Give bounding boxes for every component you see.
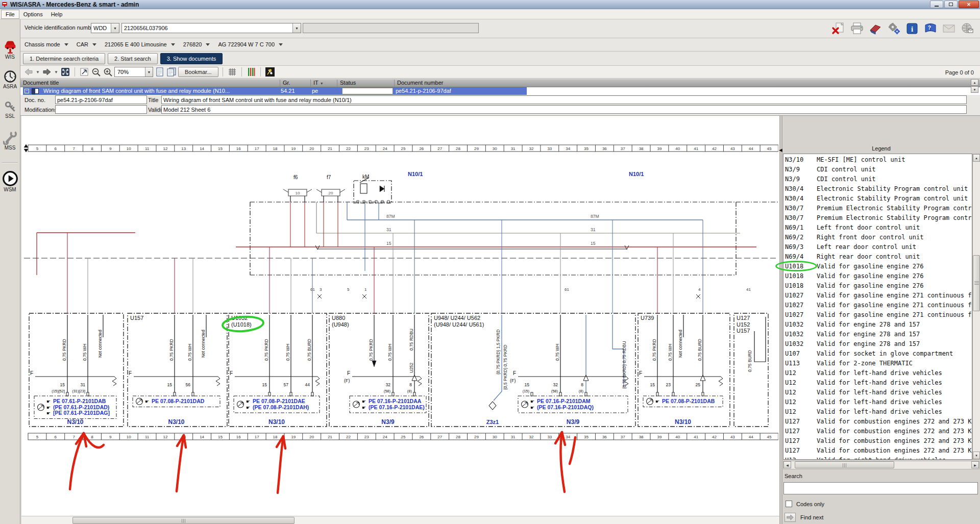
bookmark-button[interactable]: Bookmar...	[178, 67, 218, 77]
doc-no-input[interactable]	[55, 95, 147, 104]
mail-button[interactable]	[941, 21, 957, 36]
vin-aux-input[interactable]	[303, 23, 479, 33]
title-input[interactable]	[161, 95, 967, 104]
diagram-hscrollbar[interactable]	[21, 516, 779, 524]
legend-row[interactable]: U1032Valid for engine 278 and 157	[785, 331, 972, 340]
settings-button[interactable]	[886, 21, 901, 36]
chevron-down-icon[interactable]	[279, 43, 283, 46]
legend-row[interactable]: U12Valid for left-hand drive vehicles	[785, 408, 972, 418]
column-document-title[interactable]: Document title	[20, 80, 280, 87]
legend-row[interactable]: N30/7Premium Electronic Stability Progra…	[785, 214, 972, 224]
zoom-level-combo[interactable]: 70% ▼	[114, 67, 153, 77]
single-page-button[interactable]	[155, 67, 165, 77]
legend-row[interactable]: N3/9CDI control unit	[785, 176, 972, 185]
maximize-button[interactable]	[944, 1, 958, 8]
scroll-down-icon[interactable]: ▼	[971, 86, 978, 93]
legend-row[interactable]: U1032Valid for engine 278 and 157	[785, 340, 972, 350]
legend-row[interactable]: U1027Valid for gasoline engine 271 conti…	[785, 302, 972, 311]
legend-row[interactable]: U12Valid for left-hand drive vehicles	[785, 379, 972, 389]
fit-page-button[interactable]	[60, 67, 70, 77]
legend-row[interactable]: U127Valid for combustion engines 272 and…	[785, 447, 972, 457]
legend-row[interactable]: N3/10ME-SFI [ME] control unit	[785, 156, 972, 166]
column-gr[interactable]: Gr.	[280, 80, 310, 87]
nav-back-button[interactable]	[23, 67, 34, 77]
pan-navigator-button[interactable]	[265, 67, 275, 77]
sidebar-item-mss[interactable]: MSS	[0, 130, 20, 151]
chassis-transmission-value[interactable]: AG 722904 W 7 C 700	[218, 41, 275, 47]
pan-mode-button[interactable]	[79, 67, 89, 77]
wmi-select[interactable]: WDD ▼	[91, 23, 119, 33]
delete-document-button[interactable]	[831, 21, 846, 36]
legend-row[interactable]: N69/4Right rear door control unit	[785, 253, 972, 263]
erase-button[interactable]	[868, 21, 883, 36]
info-button[interactable]: i	[904, 21, 920, 36]
grid-toggle-button[interactable]	[227, 67, 237, 77]
legend-row[interactable]: U127Valid for combustion engines 272 and…	[785, 418, 972, 428]
stripes-toggle-button[interactable]	[246, 67, 256, 77]
chassis-engine-value[interactable]: 276820	[183, 41, 202, 47]
legend-row[interactable]: U127Valid for combustion engines 272 and…	[785, 437, 972, 447]
legend-row[interactable]: N69/1Left front door control unit	[785, 224, 972, 234]
legend-row[interactable]: U12Valid for left-hand drive vehicles	[785, 369, 972, 379]
zoom-in-button[interactable]	[103, 67, 113, 77]
legend-row[interactable]: U107Valid for socket in glove compartmen…	[785, 350, 972, 360]
collapse-icon[interactable]: −	[24, 89, 29, 93]
chevron-down-icon[interactable]	[206, 43, 210, 46]
legend-row[interactable]: N30/7Premium Electronic Stability Progra…	[785, 205, 972, 214]
legend-row[interactable]: U127Valid for combustion engines 272 and…	[785, 428, 972, 437]
legend-vscrollbar[interactable]: ▲ ▼	[972, 154, 980, 460]
menu-options[interactable]: Options	[19, 10, 47, 18]
legend-row[interactable]: U1018Valid for gasoline engine 276	[785, 272, 972, 282]
chassis-model-value[interactable]: 212065 E 400 Limousine	[105, 41, 167, 47]
help-button[interactable]: ?	[923, 21, 938, 36]
chevron-down-icon[interactable]: ▼	[292, 23, 301, 33]
nav-forward-button[interactable]	[42, 67, 52, 77]
column-status[interactable]: Status	[337, 80, 394, 87]
scroll-up-icon[interactable]: ▲	[971, 79, 978, 86]
sidebar-item-asra[interactable]: ASRA	[0, 69, 20, 89]
legend-hscrollbar[interactable]: ◀ ▶	[783, 461, 979, 469]
legend-row[interactable]: U12Valid for left-hand drive vehicles	[785, 398, 972, 408]
tab-start-search[interactable]: 2. Start search	[108, 53, 158, 64]
column-document-number[interactable]: Document number	[394, 80, 598, 87]
chevron-down-icon[interactable]	[171, 43, 175, 46]
legend-row[interactable]: U1018Valid for gasoline engine 276	[785, 263, 972, 272]
tab-show-documents[interactable]: 3. Show documents	[160, 53, 223, 64]
legend-row[interactable]: U13Valid for right-hand drive vehicles	[785, 457, 972, 460]
column-it[interactable]: IT ▼	[310, 80, 337, 87]
chevron-down-icon[interactable]: ▼	[111, 23, 119, 33]
minimize-button[interactable]	[930, 1, 943, 8]
vin-input[interactable]: 2120656L037906 ▼	[121, 23, 301, 33]
legend-row[interactable]: U1018Valid for gasoline engine 276	[785, 282, 972, 292]
vscrollbar-thumb[interactable]	[973, 255, 980, 311]
scroll-right-icon[interactable]: ▶	[971, 461, 979, 468]
nav-forward-dropdown[interactable]: ▼	[54, 70, 59, 74]
scroll-up-icon[interactable]: ▲	[973, 154, 980, 162]
scroll-left-icon[interactable]: ◀	[783, 461, 791, 468]
legend-row[interactable]: N69/3Left rear door control unit	[785, 243, 972, 253]
menu-help[interactable]: Help	[47, 10, 67, 18]
sidebar-item-ssl[interactable]: SSL	[0, 100, 20, 119]
chassis-type-value[interactable]: CAR	[77, 41, 88, 47]
wiring-diagram-canvas[interactable]: 5678910111213141516171819202122232425262…	[21, 116, 779, 524]
zoom-out-button[interactable]	[91, 67, 101, 77]
validity-input[interactable]	[161, 105, 967, 114]
find-next-button[interactable]	[785, 513, 796, 522]
chevron-down-icon[interactable]	[92, 43, 96, 46]
legend-row[interactable]: U1027Valid for gasoline engine 271 conti…	[785, 292, 972, 302]
sidebar-item-wsm[interactable]: WSM	[0, 170, 20, 192]
sidebar-item-wis[interactable]: WIS	[0, 39, 20, 60]
tab-determine-search-criteria[interactable]: 1. Determine search criteria	[23, 53, 105, 64]
modifications-input[interactable]	[55, 105, 147, 114]
legend-row[interactable]: N69/2Right front door control unit	[785, 234, 972, 243]
legend-row[interactable]: U113Valid for 2-zone THERMATIC	[785, 360, 972, 369]
scroll-down-icon[interactable]: ▼	[973, 452, 980, 459]
hscrollbar-thumb[interactable]	[72, 517, 295, 524]
chevron-down-icon[interactable]: ▼	[145, 67, 153, 77]
print-button[interactable]	[849, 21, 865, 36]
legend-row[interactable]: U12Valid for left-hand drive vehicles	[785, 389, 972, 398]
search-input[interactable]	[783, 482, 978, 494]
nav-back-dropdown[interactable]: ▼	[35, 70, 40, 74]
codes-only-checkbox[interactable]	[786, 501, 792, 507]
legend-row[interactable]: U1032Valid for engine 278 and 157	[785, 321, 972, 331]
